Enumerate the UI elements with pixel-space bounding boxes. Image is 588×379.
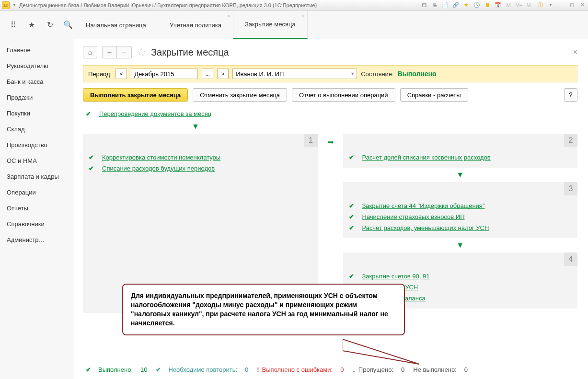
tab-label: Учетная политика bbox=[170, 22, 221, 29]
titlebar-m-plus[interactable]: M+ bbox=[515, 1, 523, 9]
op-close-44-link[interactable]: Закрытие счета 44 "Издержки обращения" bbox=[362, 202, 485, 209]
tab-close-icon[interactable]: × bbox=[301, 13, 304, 19]
titlebar-icon-star[interactable]: ★ bbox=[462, 1, 470, 9]
nav-reports[interactable]: Отчеты bbox=[0, 200, 74, 216]
block-3: 3 ✔Закрытие счета 44 "Издержки обращения… bbox=[343, 182, 578, 238]
history-icon[interactable]: ↻ bbox=[45, 20, 55, 30]
nav-manager[interactable]: Руководителю bbox=[0, 58, 74, 74]
references-button[interactable]: Справки - расчеты bbox=[400, 88, 468, 102]
check-icon: ✔ bbox=[89, 165, 98, 172]
nav-bank[interactable]: Банк и касса bbox=[0, 74, 74, 90]
nav-warehouse[interactable]: Склад bbox=[0, 121, 74, 137]
check-icon: ✔ bbox=[349, 273, 358, 280]
dropdown-icon: ▼ bbox=[350, 71, 355, 76]
app-logo-icon: 1c bbox=[2, 1, 10, 9]
error-icon: ! bbox=[257, 366, 259, 373]
arrow-down-icon: ▼ bbox=[343, 238, 578, 253]
footer-repeat-count: 0 bbox=[245, 366, 248, 373]
main-toolbar: ⠿ ★ ↻ 🔍 Начальная страница Учетная полит… bbox=[0, 11, 588, 39]
period-prev-button[interactable]: < bbox=[115, 69, 127, 79]
titlebar-m-minus[interactable]: M- bbox=[526, 1, 533, 9]
block-number: 3 bbox=[564, 182, 577, 195]
nav-sales[interactable]: Продажи bbox=[0, 90, 74, 105]
help-button[interactable]: ? bbox=[564, 88, 577, 102]
op-usn-expenses-link[interactable]: Расчет расходов, уменьшающих налог УСН bbox=[362, 224, 489, 231]
arrow-down-icon: ▼ bbox=[83, 119, 308, 134]
operations-report-button[interactable]: Отчет о выполнении операций bbox=[292, 88, 395, 102]
favorite-star-icon[interactable]: ☆ bbox=[137, 46, 146, 58]
footer-repeat-label: Необходимо повторить: bbox=[168, 366, 237, 373]
execute-closing-button[interactable]: Выполнить закрытие месяца bbox=[83, 88, 188, 102]
op-cost-correction-link[interactable]: Корректировка стоимости номенклатуры bbox=[102, 154, 220, 161]
tab-start-page[interactable]: Начальная страница bbox=[74, 11, 158, 39]
annotation-callout: Для индивидуальных предпринимателей, при… bbox=[122, 284, 405, 335]
period-bar: Период: < Декабрь 2015 ... > Иванов И. И… bbox=[83, 65, 577, 82]
arrow-down-icon: ▼ bbox=[343, 168, 578, 182]
tab-month-closing[interactable]: Закрытие месяца× bbox=[233, 11, 308, 39]
apps-grid-icon[interactable]: ⠿ bbox=[9, 20, 18, 30]
tab-accounting-policy[interactable]: Учетная политика× bbox=[158, 11, 233, 39]
close-page-icon[interactable]: × bbox=[573, 48, 577, 57]
nav-operations[interactable]: Операции bbox=[0, 184, 74, 200]
titlebar-icon-save[interactable]: 🖫 bbox=[420, 1, 428, 9]
home-button[interactable]: ⌂ bbox=[83, 46, 97, 58]
nav-admin[interactable]: Администр… bbox=[0, 232, 74, 248]
tab-label: Закрытие месяца bbox=[245, 21, 296, 28]
op-repost-link[interactable]: Перепроведение документов за месяц bbox=[99, 110, 211, 117]
window-titlebar: 1c ▼ Демонстрационная база / Любимов Вал… bbox=[0, 0, 588, 11]
nav-salary[interactable]: Зарплата и кадры bbox=[0, 169, 74, 184]
cancel-closing-button[interactable]: Отменить закрытие месяца bbox=[193, 88, 287, 102]
footer-done-count: 10 bbox=[140, 366, 147, 373]
block-number: 4 bbox=[564, 253, 577, 266]
block-number: 2 bbox=[564, 134, 577, 147]
footer-notdone-count: 0 bbox=[464, 366, 468, 373]
nav-production[interactable]: Производство bbox=[0, 137, 74, 153]
footer-done-label: Выполнено: bbox=[98, 366, 133, 373]
forward-button[interactable]: → bbox=[117, 46, 131, 58]
period-select-button[interactable]: ... bbox=[202, 69, 213, 79]
titlebar-m[interactable]: M bbox=[505, 1, 512, 9]
period-label: Период: bbox=[88, 70, 112, 78]
period-field[interactable]: Декабрь 2015 bbox=[131, 69, 198, 79]
block-2: 2 ✔Расчет долей списания косвенных расхо… bbox=[343, 134, 578, 168]
op-indirect-costs-link[interactable]: Расчет долей списания косвенных расходов bbox=[362, 154, 491, 161]
titlebar-icon-calendar[interactable]: 📅 bbox=[494, 1, 502, 9]
titlebar-info-dd-icon[interactable]: ▼ bbox=[547, 1, 554, 9]
nav-directories[interactable]: Справочники bbox=[0, 216, 74, 232]
back-button[interactable]: ← bbox=[103, 46, 117, 58]
status-value: Выполнено bbox=[398, 70, 437, 78]
nav-assets[interactable]: ОС и НМА bbox=[0, 153, 74, 169]
window-maximize-icon[interactable]: ◻ bbox=[568, 1, 576, 9]
search-icon[interactable]: 🔍 bbox=[63, 20, 73, 30]
window-minimize-icon[interactable]: — bbox=[557, 1, 565, 9]
app-menu-dropdown-icon[interactable]: ▼ bbox=[12, 2, 17, 8]
nav-purchases[interactable]: Покупки bbox=[0, 105, 74, 121]
footer-err-label: Выполнено с ошибками: bbox=[262, 366, 333, 373]
op-insurance-ip-link[interactable]: Начисление страховых взносов ИП bbox=[362, 213, 465, 220]
check-icon: ✔ bbox=[349, 224, 358, 231]
nav-main[interactable]: Главное bbox=[0, 42, 74, 58]
titlebar-icon-doc[interactable]: 📄 bbox=[441, 1, 449, 9]
window-close-icon[interactable]: ✕ bbox=[578, 1, 586, 9]
favorites-star-icon[interactable]: ★ bbox=[27, 20, 36, 30]
titlebar-icon-print[interactable]: 🖶 bbox=[431, 1, 438, 9]
callout-tail-icon bbox=[343, 339, 424, 373]
op-close-90-91-link[interactable]: Закрытие счетов 90, 91 bbox=[362, 273, 430, 280]
status-footer: ✔Выполнено: 10 ✔Необходимо повторить: 0 … bbox=[83, 363, 577, 376]
section-sidebar: Главное Руководителю Банк и касса Продаж… bbox=[0, 39, 74, 379]
nav-back-forward: ← → bbox=[102, 46, 132, 58]
op-future-expenses-link[interactable]: Списание расходов будущих периодов bbox=[102, 165, 215, 172]
check-icon: ✔ bbox=[86, 366, 95, 373]
period-next-button[interactable]: > bbox=[217, 69, 229, 79]
check-icon: ✔ bbox=[89, 154, 98, 161]
titlebar-icon-history[interactable]: 🕓 bbox=[473, 1, 481, 9]
op-row-repost: ✔ Перепроведение документов за месяц bbox=[83, 108, 577, 119]
status-label: Состояние: bbox=[361, 70, 393, 78]
organization-field[interactable]: Иванов И. И. ИП▼ bbox=[232, 69, 357, 79]
tab-close-icon[interactable]: × bbox=[227, 13, 230, 19]
titlebar-icon-link[interactable]: 🔗 bbox=[452, 1, 460, 9]
titlebar-icon-calc[interactable]: 🖩 bbox=[484, 1, 491, 9]
svg-marker-0 bbox=[343, 339, 419, 364]
tab-bar: Начальная страница Учетная политика× Зак… bbox=[74, 11, 308, 39]
titlebar-info-icon[interactable]: ⓘ bbox=[536, 1, 544, 9]
